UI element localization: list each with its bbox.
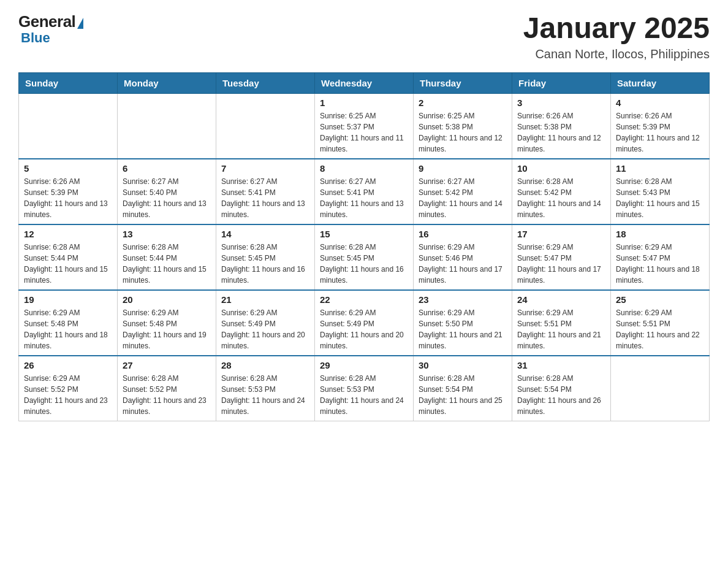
page-title: January 2025	[523, 12, 710, 45]
calendar-cell: 27Sunrise: 6:28 AM Sunset: 5:52 PM Dayli…	[118, 356, 216, 421]
calendar-cell	[216, 93, 315, 159]
calendar-cell: 5Sunrise: 6:26 AM Sunset: 5:39 PM Daylig…	[19, 159, 118, 224]
day-info: Sunrise: 6:29 AM Sunset: 5:47 PM Dayligh…	[616, 242, 704, 286]
calendar-cell: 11Sunrise: 6:28 AM Sunset: 5:43 PM Dayli…	[611, 159, 710, 224]
calendar-cell: 14Sunrise: 6:28 AM Sunset: 5:45 PM Dayli…	[216, 224, 315, 290]
calendar-cell: 29Sunrise: 6:28 AM Sunset: 5:53 PM Dayli…	[315, 356, 414, 421]
calendar-cell: 20Sunrise: 6:29 AM Sunset: 5:48 PM Dayli…	[118, 290, 216, 356]
logo: General Blue	[18, 12, 83, 46]
calendar-week-4: 19Sunrise: 6:29 AM Sunset: 5:48 PM Dayli…	[19, 290, 710, 356]
day-number: 19	[24, 294, 112, 305]
day-info: Sunrise: 6:28 AM Sunset: 5:52 PM Dayligh…	[123, 373, 211, 417]
day-number: 15	[320, 229, 408, 239]
day-number: 26	[24, 360, 112, 370]
day-info: Sunrise: 6:25 AM Sunset: 5:37 PM Dayligh…	[320, 110, 408, 155]
day-number: 17	[517, 229, 605, 239]
day-number: 21	[221, 294, 309, 305]
day-info: Sunrise: 6:27 AM Sunset: 5:42 PM Dayligh…	[419, 176, 507, 220]
day-info: Sunrise: 6:29 AM Sunset: 5:52 PM Dayligh…	[24, 373, 112, 417]
calendar-cell: 17Sunrise: 6:29 AM Sunset: 5:47 PM Dayli…	[512, 224, 611, 290]
day-info: Sunrise: 6:29 AM Sunset: 5:49 PM Dayligh…	[221, 307, 309, 351]
calendar-week-1: 1Sunrise: 6:25 AM Sunset: 5:37 PM Daylig…	[19, 93, 710, 159]
calendar-cell	[118, 93, 216, 159]
page-subtitle: Canan Norte, Ilocos, Philippines	[523, 47, 710, 61]
logo-triangle-icon	[77, 18, 83, 29]
day-number: 18	[616, 229, 704, 239]
day-info: Sunrise: 6:29 AM Sunset: 5:49 PM Dayligh…	[320, 307, 408, 351]
day-number: 13	[123, 229, 211, 239]
calendar-cell: 16Sunrise: 6:29 AM Sunset: 5:46 PM Dayli…	[414, 224, 512, 290]
calendar-cell: 21Sunrise: 6:29 AM Sunset: 5:49 PM Dayli…	[216, 290, 315, 356]
calendar-cell: 12Sunrise: 6:28 AM Sunset: 5:44 PM Dayli…	[19, 224, 118, 290]
day-number: 5	[24, 163, 112, 174]
calendar-cell: 1Sunrise: 6:25 AM Sunset: 5:37 PM Daylig…	[315, 93, 414, 159]
calendar-cell: 4Sunrise: 6:26 AM Sunset: 5:39 PM Daylig…	[611, 93, 710, 159]
day-number: 30	[419, 360, 507, 370]
weekday-header-row: SundayMondayTuesdayWednesdayThursdayFrid…	[19, 72, 710, 93]
day-info: Sunrise: 6:27 AM Sunset: 5:41 PM Dayligh…	[320, 176, 408, 220]
logo-general-text: General	[18, 12, 75, 31]
calendar-cell: 8Sunrise: 6:27 AM Sunset: 5:41 PM Daylig…	[315, 159, 414, 224]
day-number: 6	[123, 163, 211, 174]
day-info: Sunrise: 6:29 AM Sunset: 5:50 PM Dayligh…	[419, 307, 507, 351]
day-info: Sunrise: 6:27 AM Sunset: 5:40 PM Dayligh…	[123, 176, 211, 220]
day-info: Sunrise: 6:28 AM Sunset: 5:54 PM Dayligh…	[517, 373, 605, 417]
calendar-table: SundayMondayTuesdayWednesdayThursdayFrid…	[18, 72, 710, 421]
day-number: 2	[419, 98, 507, 108]
day-info: Sunrise: 6:29 AM Sunset: 5:51 PM Dayligh…	[517, 307, 605, 351]
calendar-week-2: 5Sunrise: 6:26 AM Sunset: 5:39 PM Daylig…	[19, 159, 710, 224]
day-number: 20	[123, 294, 211, 305]
calendar-cell: 25Sunrise: 6:29 AM Sunset: 5:51 PM Dayli…	[611, 290, 710, 356]
calendar-week-3: 12Sunrise: 6:28 AM Sunset: 5:44 PM Dayli…	[19, 224, 710, 290]
day-number: 31	[517, 360, 605, 370]
day-info: Sunrise: 6:29 AM Sunset: 5:46 PM Dayligh…	[419, 242, 507, 286]
day-number: 11	[616, 163, 704, 174]
day-number: 9	[419, 163, 507, 174]
weekday-header-thursday: Thursday	[414, 72, 512, 93]
calendar-cell	[611, 356, 710, 421]
calendar-cell: 7Sunrise: 6:27 AM Sunset: 5:41 PM Daylig…	[216, 159, 315, 224]
day-number: 12	[24, 229, 112, 239]
calendar-cell: 28Sunrise: 6:28 AM Sunset: 5:53 PM Dayli…	[216, 356, 315, 421]
day-info: Sunrise: 6:29 AM Sunset: 5:48 PM Dayligh…	[123, 307, 211, 351]
calendar-cell	[19, 93, 118, 159]
day-info: Sunrise: 6:27 AM Sunset: 5:41 PM Dayligh…	[221, 176, 309, 220]
calendar-cell: 13Sunrise: 6:28 AM Sunset: 5:44 PM Dayli…	[118, 224, 216, 290]
day-number: 24	[517, 294, 605, 305]
weekday-header-friday: Friday	[512, 72, 611, 93]
day-info: Sunrise: 6:28 AM Sunset: 5:53 PM Dayligh…	[221, 373, 309, 417]
day-info: Sunrise: 6:29 AM Sunset: 5:47 PM Dayligh…	[517, 242, 605, 286]
calendar-cell: 24Sunrise: 6:29 AM Sunset: 5:51 PM Dayli…	[512, 290, 611, 356]
day-number: 7	[221, 163, 309, 174]
calendar-cell: 26Sunrise: 6:29 AM Sunset: 5:52 PM Dayli…	[19, 356, 118, 421]
weekday-header-monday: Monday	[118, 72, 216, 93]
day-info: Sunrise: 6:29 AM Sunset: 5:51 PM Dayligh…	[616, 307, 704, 351]
title-block: January 2025 Canan Norte, Ilocos, Philip…	[523, 12, 710, 61]
calendar-cell: 10Sunrise: 6:28 AM Sunset: 5:42 PM Dayli…	[512, 159, 611, 224]
calendar-cell: 19Sunrise: 6:29 AM Sunset: 5:48 PM Dayli…	[19, 290, 118, 356]
weekday-header-tuesday: Tuesday	[216, 72, 315, 93]
calendar-cell: 6Sunrise: 6:27 AM Sunset: 5:40 PM Daylig…	[118, 159, 216, 224]
day-number: 16	[419, 229, 507, 239]
day-number: 3	[517, 98, 605, 108]
day-number: 10	[517, 163, 605, 174]
day-number: 8	[320, 163, 408, 174]
calendar-cell: 18Sunrise: 6:29 AM Sunset: 5:47 PM Dayli…	[611, 224, 710, 290]
calendar-cell: 2Sunrise: 6:25 AM Sunset: 5:38 PM Daylig…	[414, 93, 512, 159]
day-info: Sunrise: 6:28 AM Sunset: 5:45 PM Dayligh…	[221, 242, 309, 286]
day-info: Sunrise: 6:28 AM Sunset: 5:53 PM Dayligh…	[320, 373, 408, 417]
calendar-cell: 15Sunrise: 6:28 AM Sunset: 5:45 PM Dayli…	[315, 224, 414, 290]
day-number: 1	[320, 98, 408, 108]
weekday-header-wednesday: Wednesday	[315, 72, 414, 93]
day-number: 29	[320, 360, 408, 370]
day-info: Sunrise: 6:26 AM Sunset: 5:39 PM Dayligh…	[24, 176, 112, 220]
day-info: Sunrise: 6:28 AM Sunset: 5:45 PM Dayligh…	[320, 242, 408, 286]
calendar-cell: 3Sunrise: 6:26 AM Sunset: 5:38 PM Daylig…	[512, 93, 611, 159]
calendar-cell: 22Sunrise: 6:29 AM Sunset: 5:49 PM Dayli…	[315, 290, 414, 356]
day-number: 23	[419, 294, 507, 305]
day-info: Sunrise: 6:29 AM Sunset: 5:48 PM Dayligh…	[24, 307, 112, 351]
day-info: Sunrise: 6:28 AM Sunset: 5:54 PM Dayligh…	[419, 373, 507, 417]
day-number: 14	[221, 229, 309, 239]
day-info: Sunrise: 6:26 AM Sunset: 5:39 PM Dayligh…	[616, 110, 704, 155]
day-info: Sunrise: 6:26 AM Sunset: 5:38 PM Dayligh…	[517, 110, 605, 155]
